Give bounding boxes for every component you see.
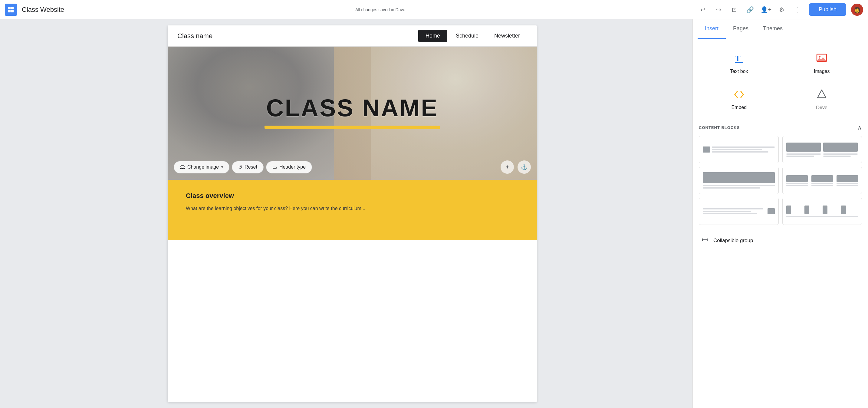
app-logo xyxy=(5,4,17,16)
page-wrapper: Class name Home Schedule Newsletter xyxy=(168,25,537,402)
svg-rect-2 xyxy=(8,10,10,12)
insert-embed[interactable]: Embed xyxy=(699,83,779,117)
overview-text[interactable]: What are the learning objectives for you… xyxy=(186,205,519,213)
publish-button[interactable]: Publish xyxy=(809,3,846,16)
preview-button[interactable]: ⊡ xyxy=(728,3,741,17)
hero-controls: 🖼 Change image ▾ ↺ Reset ▭ Header type xyxy=(168,160,537,174)
redo-button[interactable]: ↪ xyxy=(712,3,725,17)
site-header: Class name Home Schedule Newsletter xyxy=(168,25,537,46)
header-type-button[interactable]: ▭ Header type xyxy=(266,161,312,174)
block-item-4[interactable] xyxy=(782,167,862,194)
block-preview-1 xyxy=(703,146,775,153)
hero-btn-group: 🖼 Change image ▾ ↺ Reset ▭ Header type xyxy=(174,161,312,174)
nav-item-home[interactable]: Home xyxy=(418,30,447,42)
drive-label: Drive xyxy=(816,105,828,111)
tab-pages[interactable]: Pages xyxy=(726,19,756,39)
anchor-icon-button[interactable]: ⚓ xyxy=(518,160,531,174)
svg-text:T: T xyxy=(735,54,741,63)
save-status: All changes saved in Drive xyxy=(64,7,696,12)
images-label: Images xyxy=(814,69,830,74)
header-icon: ▭ xyxy=(272,164,277,170)
tab-insert[interactable]: Insert xyxy=(698,19,726,39)
svg-rect-3 xyxy=(11,10,13,12)
yellow-section: Class overview What are the learning obj… xyxy=(168,180,537,240)
overview-title[interactable]: Class overview xyxy=(186,192,519,200)
main-layout: 🗑 Class name Home Schedule Newsletter xyxy=(0,19,868,408)
content-blocks-chevron[interactable]: ∧ xyxy=(858,124,862,131)
more-button[interactable]: ⋮ xyxy=(791,3,804,17)
hero-section: CLASS NAME 🖼 Change image ▾ ↺ Reset xyxy=(168,46,537,180)
topbar: Class Website All changes saved in Drive… xyxy=(0,0,868,19)
insert-drive[interactable]: Drive xyxy=(782,83,862,117)
share-button[interactable]: 👤+ xyxy=(760,3,773,17)
svg-point-7 xyxy=(819,56,820,58)
block-item-5[interactable] xyxy=(699,198,779,225)
avatar[interactable]: 👩 xyxy=(851,4,863,16)
block-item-6[interactable] xyxy=(782,198,862,225)
page-title: Class Website xyxy=(22,6,64,13)
svg-marker-8 xyxy=(817,90,826,98)
insert-textbox[interactable]: T Text box xyxy=(699,46,779,80)
hero-content: CLASS NAME xyxy=(265,94,440,129)
right-panel: Insert Pages Themes T Text box xyxy=(692,19,868,408)
collapsible-group[interactable]: Collapsible group xyxy=(699,231,862,250)
drive-icon xyxy=(816,89,827,102)
textbox-label: Text box xyxy=(730,69,748,74)
block-preview-6 xyxy=(786,206,858,217)
hero-ctrl-icons: ✦ ⚓ xyxy=(501,160,531,174)
block-item-2[interactable] xyxy=(782,136,862,163)
image-icon: 🖼 xyxy=(180,164,185,170)
link-button[interactable]: 🔗 xyxy=(744,3,757,17)
images-icon xyxy=(816,52,827,66)
change-image-button[interactable]: 🖼 Change image ▾ xyxy=(174,161,229,174)
site-name[interactable]: Class name xyxy=(177,32,418,40)
collapsible-label: Collapsible group xyxy=(713,238,753,244)
tab-themes[interactable]: Themes xyxy=(756,19,790,39)
nav-item-schedule[interactable]: Schedule xyxy=(448,30,486,42)
nav-item-newsletter[interactable]: Newsletter xyxy=(487,30,527,42)
content-blocks-header: CONTENT BLOCKS ∧ xyxy=(699,124,862,131)
hero-title[interactable]: CLASS NAME xyxy=(265,94,440,122)
block-preview-5 xyxy=(703,207,775,215)
svg-rect-0 xyxy=(8,7,10,9)
block-item-1[interactable] xyxy=(699,136,779,163)
svg-line-9 xyxy=(817,90,822,98)
insert-panel: T Text box Images xyxy=(693,39,868,408)
insert-images[interactable]: Images xyxy=(782,46,862,80)
panel-tabs: Insert Pages Themes xyxy=(693,19,868,39)
textbox-icon: T xyxy=(734,53,745,66)
sparkle-icon-button[interactable]: ✦ xyxy=(501,160,514,174)
insert-grid: T Text box Images xyxy=(699,46,862,117)
undo-button[interactable]: ↩ xyxy=(696,3,710,17)
block-preview-2 xyxy=(786,142,858,158)
hero-underline xyxy=(265,126,440,129)
block-preview-3 xyxy=(703,172,775,189)
content-blocks-label: CONTENT BLOCKS xyxy=(699,125,740,130)
embed-label: Embed xyxy=(731,105,747,110)
reset-button[interactable]: ↺ Reset xyxy=(232,161,264,174)
blocks-grid xyxy=(699,136,862,225)
topbar-actions: ↩ ↪ ⊡ 🔗 👤+ ⚙ ⋮ Publish 👩 xyxy=(696,3,863,17)
chevron-down-icon: ▾ xyxy=(221,165,223,169)
block-preview-4 xyxy=(786,174,858,187)
reset-icon: ↺ xyxy=(238,164,242,170)
site-nav: Home Schedule Newsletter xyxy=(418,30,527,42)
settings-button[interactable]: ⚙ xyxy=(775,3,788,17)
embed-icon xyxy=(734,89,745,102)
canvas-area: Class name Home Schedule Newsletter xyxy=(0,19,692,408)
block-item-3[interactable] xyxy=(699,167,779,194)
svg-rect-1 xyxy=(11,7,13,9)
collapsible-icon xyxy=(701,236,709,245)
